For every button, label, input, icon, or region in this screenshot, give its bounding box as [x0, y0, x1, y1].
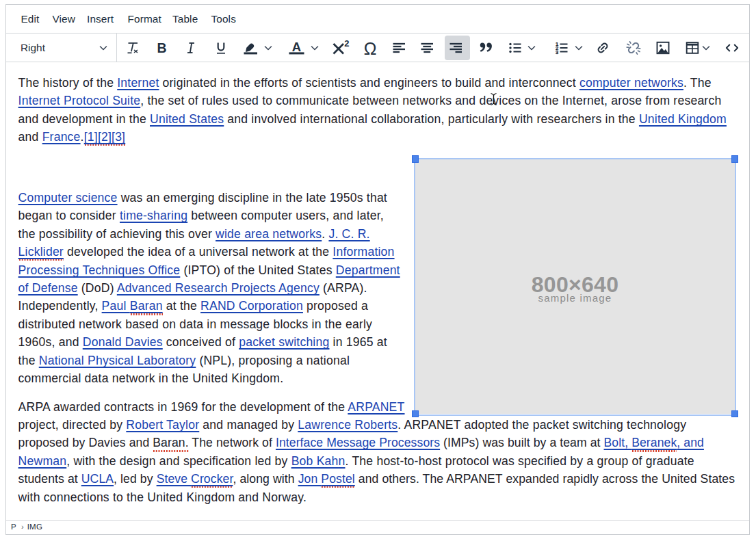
svg-text:3: 3: [556, 49, 558, 55]
svg-text:B: B: [157, 40, 166, 55]
svg-text:A: A: [292, 40, 301, 54]
svg-text:2: 2: [344, 39, 349, 49]
svg-text:Ω: Ω: [363, 39, 376, 57]
